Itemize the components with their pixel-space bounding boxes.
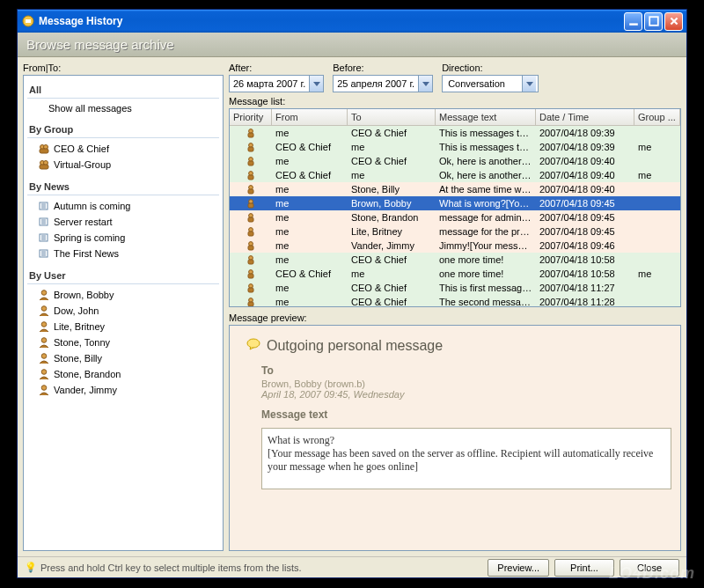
user-item[interactable]: Brown, Bobby <box>27 287 219 303</box>
user-icon <box>38 352 50 364</box>
priority-icon <box>230 297 272 307</box>
table-row[interactable]: meLite, Britneymessage for the pretty gi… <box>230 224 680 239</box>
group-icon <box>38 143 50 155</box>
priority-icon <box>230 240 272 251</box>
status-tip: 💡 Press and hold Ctrl key to select mult… <box>25 562 482 573</box>
all-section[interactable]: All <box>27 81 219 99</box>
message-history-window: Message History Browse message archive F… <box>17 9 687 578</box>
user-item[interactable]: Vander, Jimmy <box>27 382 219 398</box>
from-to-label: From|To: <box>23 62 224 73</box>
show-all-messages[interactable]: Show all messages <box>27 101 219 115</box>
user-icon <box>38 305 50 317</box>
col-to[interactable]: To <box>348 109 436 125</box>
chevron-down-icon[interactable] <box>309 76 323 92</box>
chevron-down-icon[interactable] <box>418 76 432 92</box>
svg-rect-9 <box>40 165 48 169</box>
by-news-section: By News <box>27 178 219 195</box>
table-row[interactable]: meCEO & ChiefThe second message. The pre… <box>230 295 680 307</box>
news-item[interactable]: Server restart <box>27 214 219 230</box>
svg-point-31 <box>41 370 47 375</box>
table-row[interactable]: CEO & ChiefmeOk, here is another text to… <box>230 168 680 182</box>
window-title: Message History <box>39 15 624 27</box>
svg-point-28 <box>41 322 47 327</box>
user-icon <box>38 368 50 380</box>
maximize-button[interactable] <box>644 12 663 31</box>
titlebar[interactable]: Message History <box>18 10 686 33</box>
close-button[interactable] <box>664 12 683 31</box>
table-row[interactable]: meCEO & ChiefThis is messages to the gro… <box>230 126 680 140</box>
user-item[interactable]: Stone, Brandon <box>27 366 219 382</box>
svg-point-29 <box>41 338 47 343</box>
col-group[interactable]: Group ... <box>634 109 680 125</box>
minimize-button[interactable] <box>624 12 642 31</box>
user-item[interactable]: Lite, Britney <box>27 319 219 334</box>
grid-header[interactable]: Priority From To Message text Date / Tim… <box>230 109 680 126</box>
direction-select[interactable]: Conversation <box>442 75 539 92</box>
news-item[interactable]: Spring is coming <box>27 230 219 246</box>
svg-rect-56 <box>248 288 253 292</box>
col-message[interactable]: Message text <box>436 109 536 125</box>
preview-date: April 18, 2007 09:45, Wednesday <box>261 389 664 400</box>
table-row[interactable]: CEO & Chiefmeone more time!2007/04/18 10… <box>230 267 680 281</box>
preview-to-label: To <box>261 364 664 377</box>
svg-rect-38 <box>248 161 253 165</box>
chevron-down-icon[interactable] <box>522 76 536 92</box>
svg-point-26 <box>41 290 47 296</box>
svg-rect-34 <box>248 133 253 137</box>
svg-point-32 <box>41 386 47 391</box>
table-row[interactable]: meCEO & ChiefThis is first message on gr… <box>230 281 680 295</box>
statusbar: 💡 Press and hold Ctrl key to select mult… <box>18 556 686 577</box>
close-dialog-button[interactable]: Close <box>620 559 679 577</box>
user-icon <box>38 320 50 333</box>
page-banner: Browse message archive <box>18 33 686 57</box>
news-item[interactable]: The First News <box>27 246 219 261</box>
message-list-grid[interactable]: Priority From To Message text Date / Tim… <box>229 108 681 307</box>
preview-body[interactable] <box>261 428 671 489</box>
group-item[interactable]: CEO & Chief <box>27 141 219 157</box>
preview-title: Outgoing personal message <box>246 336 664 356</box>
priority-icon <box>230 254 272 265</box>
after-date-picker[interactable]: 26 марта 2007 г. <box>229 75 324 92</box>
print-button[interactable]: Print... <box>554 559 614 577</box>
user-item[interactable]: Stone, Tonny <box>27 334 219 350</box>
svg-point-30 <box>41 354 47 359</box>
preview-pane: Outgoing personal message To Brown, Bobb… <box>229 325 681 551</box>
table-row[interactable]: meStone, BillyAt the same time we have a… <box>230 182 680 196</box>
col-datetime[interactable]: Date / Time <box>536 109 634 125</box>
preview-button[interactable]: Preview... <box>488 559 549 577</box>
news-item[interactable]: Autumn is coming <box>27 198 219 214</box>
after-label: After: <box>229 62 324 73</box>
message-list-label: Message list: <box>229 96 681 107</box>
direction-label: Direction: <box>442 62 539 73</box>
table-row[interactable]: CEO & ChiefmeThis is messages to the gro… <box>230 140 680 154</box>
table-row[interactable]: meCEO & Chiefone more time!2007/04/18 10… <box>230 253 680 267</box>
user-item[interactable]: Dow, John <box>27 303 219 319</box>
news-icon <box>38 247 50 260</box>
by-group-section: By Group <box>27 121 219 138</box>
priority-icon <box>230 156 272 166</box>
svg-rect-3 <box>649 17 658 26</box>
col-priority[interactable]: Priority <box>230 109 272 125</box>
right-panel: After: 26 марта 2007 г. Before: 25 апрел… <box>229 62 681 551</box>
group-item[interactable]: Virtual-Group <box>27 157 219 173</box>
from-to-tree[interactable]: All Show all messages By Group CEO & Chi… <box>23 75 224 551</box>
priority-icon <box>230 226 272 237</box>
table-row[interactable]: meCEO & ChiefOk, here is another text to… <box>230 154 680 168</box>
table-row[interactable]: meVander, JimmyJimmy![Your message has b… <box>230 239 680 253</box>
priority-icon <box>230 283 272 293</box>
col-from[interactable]: From <box>272 109 348 125</box>
priority-icon <box>230 142 272 152</box>
priority-icon <box>230 184 272 195</box>
svg-rect-6 <box>40 149 48 153</box>
table-row[interactable]: meStone, Brandonmessage for admin[Your m… <box>230 210 680 224</box>
priority-icon <box>230 170 272 180</box>
table-row[interactable]: meBrown, BobbyWhat is wrong?[Your messag… <box>230 196 680 210</box>
svg-rect-36 <box>248 147 253 151</box>
left-panel: From|To: All Show all messages By Group … <box>23 62 224 551</box>
before-date-picker[interactable]: 25 апреля 2007 г. <box>333 75 433 92</box>
user-item[interactable]: Stone, Billy <box>27 350 219 366</box>
svg-point-61 <box>247 339 260 348</box>
svg-point-27 <box>41 306 47 312</box>
svg-rect-44 <box>248 203 253 208</box>
svg-rect-54 <box>248 274 253 278</box>
